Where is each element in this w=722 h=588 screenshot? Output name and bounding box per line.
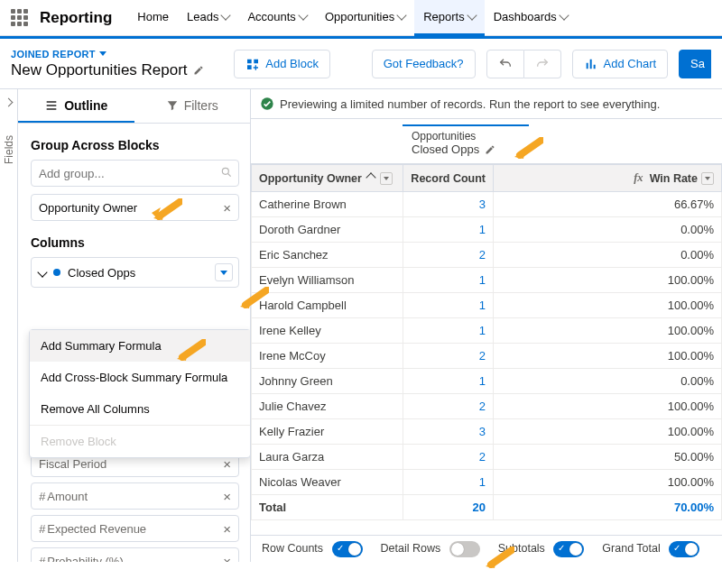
block-menu-button[interactable]: [215, 263, 233, 281]
nav-item-reports[interactable]: Reports: [414, 0, 485, 36]
menu-add-cross-block-formula[interactable]: Add Cross-Block Summary Formula: [30, 362, 250, 393]
cell-count[interactable]: 1: [403, 369, 494, 394]
toggle-row-counts[interactable]: ✓: [332, 541, 363, 557]
table-row: Nicolas Weaver1100.00%: [252, 470, 722, 495]
outline-panel: Group Across Blocks Opportunity Owner × …: [18, 124, 250, 562]
cell-count[interactable]: 2: [403, 394, 494, 419]
menu-remove-all-columns[interactable]: Remove All Columns: [30, 393, 250, 425]
cell-count[interactable]: 1: [403, 470, 494, 495]
tab-filters[interactable]: Filters: [134, 89, 251, 123]
edit-title-icon[interactable]: [193, 65, 204, 76]
group-pill-owner[interactable]: Opportunity Owner ×: [31, 194, 239, 221]
add-block-icon: [245, 57, 260, 71]
chart-icon: [584, 57, 598, 71]
remove-column-icon[interactable]: ×: [223, 554, 231, 562]
column-pill[interactable]: #Amount×: [31, 482, 239, 510]
edit-block-icon[interactable]: [485, 144, 495, 155]
cell-rate: 0.00%: [494, 243, 722, 268]
toggle-detail-rows-label: Detail Rows: [381, 542, 441, 555]
chevron-down-icon: [37, 268, 47, 278]
remove-column-icon[interactable]: ×: [223, 456, 231, 472]
nav-item-accounts[interactable]: Accounts: [238, 0, 315, 36]
report-title: New Opportunities Report: [11, 61, 223, 79]
cell-count[interactable]: 3: [403, 419, 494, 445]
table-row: Laura Garza250.00%: [252, 445, 722, 470]
app-launcher-icon[interactable]: [9, 7, 31, 29]
toggle-grand-total-label: Grand Total: [602, 542, 660, 555]
nav-item-opportunities[interactable]: Opportunities: [316, 0, 414, 36]
preview-block-header: Opportunities Closed Opps: [251, 119, 722, 164]
cell-owner: Johnny Green: [252, 369, 403, 394]
undo-redo-group: [486, 50, 561, 78]
cell-count[interactable]: 2: [403, 344, 494, 369]
total-count: 20: [473, 501, 486, 514]
col-winrate-header[interactable]: fxWin Rate: [494, 165, 722, 192]
remove-group-icon[interactable]: ×: [223, 200, 231, 216]
group-section-title: Group Across Blocks: [31, 138, 239, 152]
cell-count[interactable]: 1: [403, 268, 494, 293]
remove-column-icon[interactable]: ×: [223, 489, 231, 504]
col-count-header[interactable]: Record Count: [403, 165, 494, 192]
toggle-grand-total[interactable]: ✓: [669, 541, 699, 557]
column-pill[interactable]: #Expected Revenue×: [31, 515, 239, 542]
cell-count[interactable]: 3: [403, 192, 494, 217]
sort-asc-icon: [366, 172, 375, 182]
toggle-row-counts-label: Row Counts: [262, 542, 323, 555]
save-button[interactable]: Sa: [679, 50, 711, 78]
cell-rate: 100.00%: [494, 419, 722, 445]
toggle-detail-rows[interactable]: [449, 541, 480, 557]
undo-button[interactable]: [486, 50, 524, 78]
nav-item-leads[interactable]: Leads: [178, 0, 238, 36]
redo-button[interactable]: [524, 50, 561, 78]
nav-item-dashboards[interactable]: Dashboards: [485, 0, 577, 36]
cell-owner: Catherine Brown: [252, 192, 403, 217]
block-color-dot: [53, 269, 60, 276]
cell-owner: Laura Garza: [252, 445, 403, 470]
total-label: Total: [252, 495, 403, 520]
table-row: Irene Kelley1100.00%: [252, 318, 722, 344]
table-row: Johnny Green10.00%: [252, 369, 722, 394]
remove-column-icon[interactable]: ×: [223, 521, 231, 537]
tab-outline[interactable]: Outline: [18, 89, 134, 123]
total-rate: 70.00%: [674, 501, 714, 514]
toggle-subtotals[interactable]: ✓: [553, 541, 584, 557]
nav-item-home[interactable]: Home: [128, 0, 178, 36]
menu-add-summary-formula[interactable]: Add Summary Formula: [30, 330, 250, 362]
chevron-down-icon: [559, 10, 569, 20]
table-row: Doroth Gardner10.00%: [252, 217, 722, 243]
table-row: Catherine Brown366.67%: [252, 192, 722, 217]
filter-icon: [166, 99, 179, 112]
side-panel: Outline Filters Group Across Blocks Oppo…: [18, 89, 251, 562]
cell-count[interactable]: 1: [403, 293, 494, 318]
success-icon: [260, 96, 274, 111]
fields-rail[interactable]: Fields: [0, 89, 18, 562]
cell-count[interactable]: 2: [403, 445, 494, 470]
cell-rate: 100.00%: [494, 268, 722, 293]
cell-owner: Evelyn Williamson: [252, 268, 403, 293]
outline-icon: [44, 98, 59, 113]
total-row: Total 20 70.00%: [252, 495, 722, 520]
group-pill-label: Opportunity Owner: [39, 201, 137, 215]
add-group-input[interactable]: [31, 160, 239, 187]
block-header-closed-opps[interactable]: Closed Opps: [31, 257, 239, 288]
cell-count[interactable]: 1: [403, 318, 494, 344]
feedback-button[interactable]: Got Feedback?: [372, 50, 476, 78]
block-name-label: Closed Opps: [68, 266, 135, 280]
chevron-down-icon: [298, 10, 308, 20]
cell-rate: 66.67%: [494, 192, 722, 217]
cell-count[interactable]: 1: [403, 217, 494, 243]
report-type-tag[interactable]: JOINED REPORT: [11, 49, 223, 60]
column-pill[interactable]: #Probability (%)×: [31, 547, 239, 562]
add-chart-button[interactable]: Add Chart: [572, 50, 669, 78]
column-menu-icon[interactable]: [380, 172, 393, 185]
cell-owner: Eric Sanchez: [252, 243, 403, 268]
chevron-down-icon: [221, 10, 231, 20]
caret-down-icon: [99, 51, 106, 56]
cell-owner: Irene McCoy: [252, 344, 403, 369]
cell-count[interactable]: 2: [403, 243, 494, 268]
builder-header: JOINED REPORT New Opportunities Report A…: [0, 39, 722, 89]
col-owner-header[interactable]: Opportunity Owner: [252, 165, 403, 192]
add-block-button[interactable]: Add Block: [234, 50, 330, 78]
toggle-bar: Row Counts ✓ Detail Rows Subtotals ✓ Gra…: [251, 535, 722, 562]
column-menu-icon[interactable]: [701, 172, 714, 185]
